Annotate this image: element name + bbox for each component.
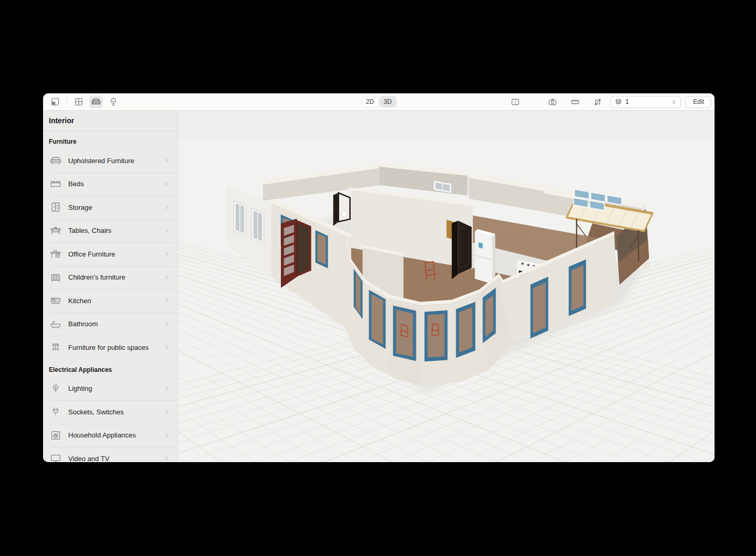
chevron-right-icon	[163, 157, 170, 164]
floor-selector-value: 1	[625, 98, 670, 105]
sidebar-item-kitchen[interactable]: Kitchen	[43, 289, 177, 313]
layers-icon	[614, 97, 623, 106]
tool-construction-button[interactable]	[72, 95, 86, 108]
view-3d-toggle[interactable]: 3D	[380, 96, 396, 108]
section-label-electrical-appliances: Electrical Appliances	[43, 359, 177, 377]
sidebar-item-label: Office Furniture	[68, 250, 163, 258]
floorplan-icon	[50, 97, 60, 107]
sidebar-item-children-s-furniture[interactable]: Children's furniture	[43, 266, 177, 290]
chevron-right-icon	[163, 297, 170, 304]
tv-icon	[49, 452, 62, 462]
tool-measure-button[interactable]	[568, 95, 582, 108]
transform-icon	[593, 97, 603, 107]
catalog-sidebar: Interior Furniture Upholstered Furniture…	[43, 111, 178, 462]
sidebar-item-sockets-switches[interactable]: Sockets, Switches	[43, 400, 177, 424]
sidebar-item-label: Video and TV	[68, 455, 163, 462]
sidebar-item-label: Lighting	[68, 384, 163, 392]
chevron-right-icon	[163, 180, 170, 188]
bay-window-4[interactable]	[425, 310, 448, 361]
crib-icon	[49, 271, 62, 284]
sofa-icon	[49, 154, 62, 167]
updown-chevrons-icon[interactable]	[670, 98, 678, 106]
sidebar-item-label: Household Appliances	[68, 431, 163, 439]
sidebar-item-label: Beds	[68, 180, 163, 188]
sidebar-item-label: Kitchen	[68, 297, 163, 305]
leftwing-side-window-1[interactable]	[234, 201, 246, 236]
sidebar-item-beds[interactable]: Beds	[43, 173, 177, 196]
sidebar-item-tables-chairs[interactable]: Tables, Chairs	[43, 219, 177, 243]
tool-transform-button[interactable]	[591, 95, 604, 108]
desk-icon	[49, 248, 62, 260]
chevron-right-icon	[163, 344, 170, 351]
sidebar-item-upholstered-furniture[interactable]: Upholstered Furniture	[43, 149, 177, 173]
chevron-right-icon	[163, 408, 170, 415]
sidebar-item-office-furniture[interactable]: Office Furniture	[43, 242, 177, 266]
chevron-right-icon	[163, 432, 170, 439]
sidebar-item-label: Tables, Chairs	[68, 227, 163, 234]
window-body: Interior Furniture Upholstered Furniture…	[43, 111, 715, 462]
toolbar-divider	[67, 98, 67, 106]
note-icon	[510, 97, 520, 107]
tool-snapshot-button[interactable]	[545, 95, 559, 108]
toolbar-mode-tools	[48, 93, 120, 110]
bay-window-5[interactable]	[456, 302, 475, 358]
columns-icon	[49, 341, 62, 354]
washer-icon	[49, 429, 62, 442]
3d-scene[interactable]	[178, 111, 715, 462]
view-mode-toggle: 2D3D	[362, 93, 396, 110]
section-label-furniture: Furniture	[43, 131, 177, 149]
toolbar-actions: 1 Edit	[499, 93, 711, 110]
tool-floorplan-button[interactable]	[48, 95, 62, 108]
sidebar-item-furniture-for-public-spaces[interactable]: Furniture for public spaces	[43, 336, 177, 359]
sidebar-item-bathroom[interactable]: Bathroom	[43, 313, 177, 336]
fridge[interactable]	[475, 229, 495, 284]
camera-icon	[548, 97, 558, 107]
chevron-right-icon	[163, 250, 170, 258]
leftwing-window-2[interactable]	[316, 230, 328, 269]
sofa-icon	[91, 97, 101, 107]
floor-selector[interactable]: 1	[611, 96, 681, 108]
desktop-stage: 2D3D 1 Edit Interior Furniture Upholster…	[0, 0, 756, 556]
sidebar-item-label: Bathroom	[68, 320, 163, 328]
chevron-right-icon	[163, 274, 170, 281]
plug-icon	[49, 405, 62, 418]
sidebar-item-lighting[interactable]: Lighting	[43, 377, 177, 401]
sidebar-title: Interior	[43, 111, 177, 131]
sidebar-item-label: Storage	[68, 204, 163, 211]
tool-notes-button[interactable]	[508, 95, 522, 108]
bay-window-3[interactable]	[393, 305, 416, 361]
wardrobe-icon	[49, 201, 62, 213]
backdrop-sky	[178, 111, 715, 138]
chevron-right-icon	[163, 227, 170, 234]
tree-icon	[108, 97, 119, 107]
sidebar-item-storage[interactable]: Storage	[43, 196, 177, 219]
sidebar-item-household-appliances[interactable]: Household Appliances	[43, 424, 177, 447]
chevron-right-icon	[163, 204, 170, 211]
sidebar-item-label: Sockets, Switches	[68, 408, 163, 416]
leftwing-side-window-2[interactable]	[251, 208, 264, 244]
floorplanner-app-window: 2D3D 1 Edit Interior Furniture Upholster…	[43, 93, 715, 462]
chevron-right-icon	[163, 385, 170, 392]
view-2d-toggle[interactable]: 2D	[362, 96, 379, 108]
bathtub-icon	[49, 318, 62, 330]
kitchen-icon	[49, 294, 62, 307]
sidebar-item-label: Furniture for public spaces	[68, 344, 163, 351]
bed-icon	[49, 178, 62, 190]
chevron-right-icon	[163, 320, 170, 328]
tool-landscape-button[interactable]	[107, 95, 120, 108]
right-wall-window-1[interactable]	[530, 277, 548, 339]
tool-interior-button[interactable]	[89, 95, 103, 108]
table-chair-icon	[49, 224, 62, 237]
sidebar-item-label: Upholstered Furniture	[68, 157, 163, 165]
chevron-right-icon	[163, 455, 170, 462]
sidebar-item-label: Children's furniture	[68, 273, 163, 281]
bay-window-2[interactable]	[369, 290, 386, 349]
window-grid-icon	[74, 97, 84, 107]
scene-canvas[interactable]	[178, 111, 715, 462]
ruler-icon	[570, 97, 580, 107]
toolbar: 2D3D 1 Edit	[43, 93, 715, 111]
bulb-icon	[49, 382, 62, 395]
sidebar-item-video-and-tv[interactable]: Video and TV	[43, 447, 177, 462]
right-wall-window-2[interactable]	[569, 260, 586, 316]
edit-button[interactable]: Edit	[686, 96, 711, 108]
